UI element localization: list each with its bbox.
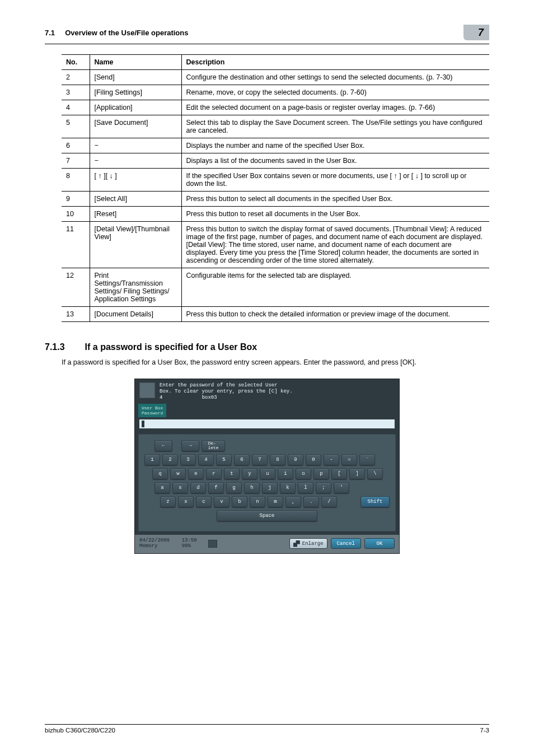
key[interactable]: 1 [144, 454, 160, 465]
table-row: 3[Filing Settings]Rename, move, or copy … [62, 85, 489, 100]
enlarge-icon [293, 540, 300, 547]
status-text: 04/22/2009 13:50 Memory 99% [139, 538, 205, 549]
footer-left: bizhub C360/C280/C220 [45, 727, 115, 734]
header-rule [45, 44, 489, 44]
cell-name: − [90, 138, 181, 153]
cell-no: 4 [62, 100, 90, 115]
key[interactable]: 7 [252, 454, 268, 465]
cell-name: [Application] [90, 100, 181, 115]
cell-desc: Rename, move, or copy the selected docum… [181, 85, 489, 100]
cancel-button[interactable]: Cancel [331, 538, 361, 549]
shift-key[interactable]: Shift [360, 496, 390, 507]
key[interactable]: 6 [234, 454, 250, 465]
instr-line2: Box. To clear your entry, press the [C] … [160, 389, 293, 394]
table-row: 9[Select All]Press this button to select… [62, 192, 489, 207]
key[interactable]: 2 [162, 454, 178, 465]
delete-key[interactable]: De- lete [202, 440, 225, 451]
key[interactable]: 4 [198, 454, 214, 465]
key[interactable]: f [208, 482, 224, 493]
key[interactable]: e [188, 468, 204, 479]
cell-no: 3 [62, 85, 90, 100]
key[interactable]: ' [334, 482, 349, 493]
key[interactable]: = [341, 454, 357, 465]
cell-desc: Displays the number and name of the spec… [181, 138, 489, 153]
key[interactable]: b [232, 496, 247, 507]
cell-name: [Reset] [90, 207, 181, 222]
cell-no: 8 [62, 169, 90, 192]
key[interactable]: y [242, 468, 257, 479]
subsection-heading: 7.1.3 If a password is specified for a U… [45, 342, 489, 352]
cell-desc: Configure the destination and other sett… [181, 70, 489, 85]
key[interactable]: [ [331, 468, 347, 479]
key[interactable]: i [278, 468, 293, 479]
key[interactable]: c [196, 496, 212, 507]
cell-no: 6 [62, 138, 90, 153]
key[interactable]: o [296, 468, 311, 479]
status-pct: 99% [182, 543, 191, 549]
key[interactable]: 9 [288, 454, 303, 465]
table-row: 6−Displays the number and name of the sp… [62, 138, 489, 153]
enlarge-label: Enlarge [302, 541, 324, 547]
cell-name: [Filing Settings] [90, 85, 181, 100]
table-row: 11[Detail View]/[Thumbnail View]Press th… [62, 222, 489, 268]
arrow-left-icon[interactable]: ← [154, 440, 172, 451]
key[interactable]: n [250, 496, 265, 507]
subsection-title: If a password is specified for a User Bo… [85, 342, 257, 352]
cell-name: Print Settings/Transmission Settings/ Fi… [90, 268, 181, 307]
key[interactable]: 0 [306, 454, 321, 465]
cell-name: [ ↑ ][ ↓ ] [90, 169, 181, 192]
key[interactable]: z [160, 496, 176, 507]
status-bar: 04/22/2009 13:50 Memory 99% Enlarge Canc… [135, 535, 399, 554]
key[interactable]: g [226, 482, 242, 493]
cell-desc: Configurable items for the selected tab … [181, 268, 489, 307]
ok-button[interactable]: OK [364, 538, 395, 549]
space-key[interactable]: Space [217, 510, 317, 521]
key[interactable]: k [280, 482, 296, 493]
key[interactable]: d [190, 482, 206, 493]
key[interactable]: , [285, 496, 301, 507]
arrow-right-icon[interactable]: → [181, 440, 199, 451]
key[interactable]: . [303, 496, 319, 507]
cell-no: 9 [62, 192, 90, 207]
key[interactable]: u [260, 468, 275, 479]
key[interactable]: t [224, 468, 240, 479]
table-row: 8[ ↑ ][ ↓ ]If the specified User Box con… [62, 169, 489, 192]
key[interactable]: p [313, 468, 329, 479]
page-footer: bizhub C360/C280/C220 7-3 [45, 724, 489, 734]
key[interactable]: q [152, 468, 168, 479]
text-cursor [142, 421, 144, 427]
key[interactable]: 8 [270, 454, 285, 465]
key[interactable]: ` [359, 454, 375, 465]
key[interactable]: w [170, 468, 186, 479]
key[interactable]: ; [316, 482, 331, 493]
cell-no: 2 [62, 70, 90, 85]
enlarge-button[interactable]: Enlarge [289, 538, 327, 549]
key[interactable]: - [324, 454, 339, 465]
password-panel: Enter the password of the selected User … [134, 379, 400, 554]
key[interactable]: / [321, 496, 337, 507]
password-input[interactable] [139, 419, 395, 428]
key[interactable]: l [298, 482, 313, 493]
key[interactable]: m [268, 496, 283, 507]
key[interactable]: \ [367, 468, 383, 479]
cell-no: 11 [62, 222, 90, 268]
cell-desc: Edit the selected document on a page-bas… [181, 100, 489, 115]
key[interactable]: ] [349, 468, 365, 479]
key[interactable]: 5 [216, 454, 232, 465]
table-row: 12Print Settings/Transmission Settings/ … [62, 268, 489, 307]
footer-right: 7-3 [480, 727, 489, 734]
header-section-no: 7.1 [45, 29, 55, 37]
key[interactable]: j [262, 482, 278, 493]
key[interactable]: 3 [180, 454, 196, 465]
cell-desc: Press this button to reset all documents… [181, 207, 489, 222]
key[interactable]: v [214, 496, 229, 507]
operations-table: No. Name Description 2[Send]Configure th… [62, 54, 489, 322]
key[interactable]: s [172, 482, 188, 493]
cell-name: [Send] [90, 70, 181, 85]
key[interactable]: x [178, 496, 194, 507]
key[interactable]: h [244, 482, 260, 493]
key[interactable]: r [206, 468, 222, 479]
cell-name: [Detail View]/[Thumbnail View] [90, 222, 181, 268]
key[interactable]: a [154, 482, 170, 493]
box-name: box03 [202, 395, 217, 400]
